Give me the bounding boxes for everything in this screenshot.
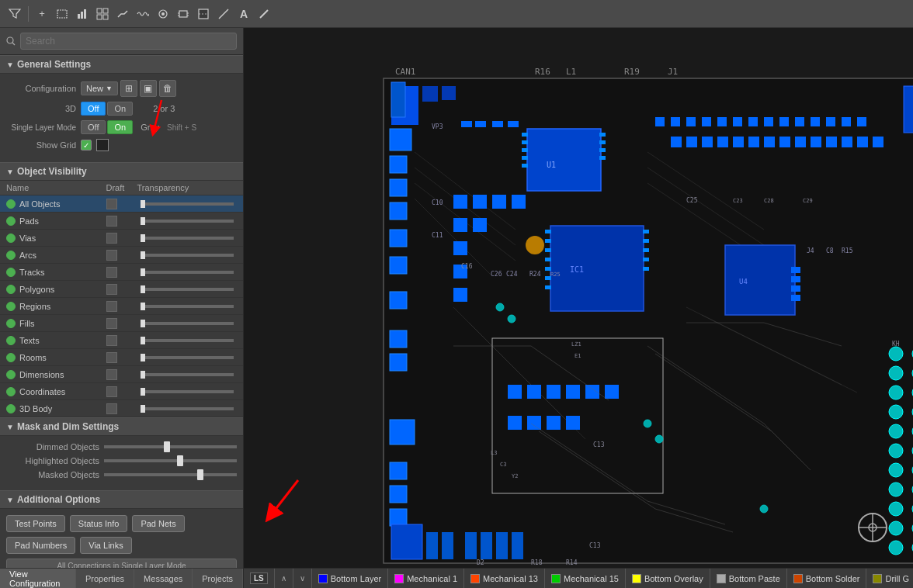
- transparency-bar-rooms[interactable]: [141, 356, 234, 359]
- transparency-handle-3dbody[interactable]: [141, 405, 145, 413]
- eye-icon-pads[interactable]: [6, 216, 16, 226]
- pad-nets-btn[interactable]: Pad Nets: [132, 515, 184, 532]
- highlighted-thumb[interactable]: [177, 455, 183, 466]
- transparency-handle-fills[interactable]: [141, 320, 145, 327]
- layer-bot-overlay[interactable]: Bottom Overlay: [626, 569, 710, 588]
- grid-icon[interactable]: [94, 5, 111, 22]
- status-info-btn[interactable]: Status Info: [70, 515, 128, 532]
- single-layer-on-btn[interactable]: On: [107, 120, 133, 134]
- tab-projects[interactable]: Projects: [193, 569, 243, 588]
- transparency-bar-texts[interactable]: [141, 339, 234, 342]
- trace-icon[interactable]: [114, 5, 131, 22]
- obj-row-vias[interactable]: Vias: [0, 230, 243, 247]
- highlighted-slider[interactable]: [104, 459, 237, 462]
- wave-icon[interactable]: [134, 5, 151, 22]
- obj-row-regions[interactable]: Regions: [0, 298, 243, 315]
- draft-check-polygons[interactable]: [106, 284, 117, 295]
- transparency-bar-dimensions[interactable]: [141, 373, 234, 376]
- layer-mech13[interactable]: Mechanical 13: [464, 569, 545, 588]
- barchart-icon[interactable]: [74, 5, 91, 22]
- transparency-bar-tracks[interactable]: [141, 271, 234, 274]
- transparency-bar-arcs[interactable]: [141, 254, 234, 257]
- layer-mech15[interactable]: Mechanical 15: [545, 569, 626, 588]
- filter-icon[interactable]: [6, 5, 23, 22]
- transparency-bar-pads[interactable]: [141, 220, 234, 223]
- obj-row-coordinates[interactable]: Coordinates: [0, 383, 243, 400]
- transparency-handle-coordinates[interactable]: [141, 388, 145, 396]
- all-connections-btn[interactable]: All Connections in Single Layer Mode: [6, 559, 237, 568]
- eye-icon-polygons[interactable]: [6, 285, 16, 294]
- 3d-off-btn[interactable]: Off: [81, 102, 106, 116]
- obj-row-all-objects[interactable]: All Objects: [0, 195, 243, 213]
- draft-check-vias[interactable]: [106, 233, 117, 244]
- obj-row-3dbody[interactable]: 3D Body: [0, 400, 243, 417]
- probe-icon[interactable]: [154, 5, 172, 22]
- config-save-btn[interactable]: ▣: [140, 80, 157, 97]
- config-delete-btn[interactable]: 🗑: [159, 80, 176, 97]
- transparency-handle-polygons[interactable]: [141, 285, 145, 293]
- draft-check-regions[interactable]: [106, 301, 117, 312]
- 3d-on-btn[interactable]: On: [107, 102, 133, 116]
- transparency-bar-polygons[interactable]: [141, 288, 234, 291]
- additional-options-header[interactable]: ▼ Additional Options: [0, 490, 243, 509]
- config-value[interactable]: New ▼: [81, 81, 118, 95]
- draft-check-tracks[interactable]: [106, 267, 117, 278]
- via-links-btn[interactable]: Via Links: [80, 537, 131, 554]
- add-icon[interactable]: +: [33, 5, 50, 22]
- component-icon[interactable]: [175, 5, 192, 22]
- rect-select-icon[interactable]: [54, 5, 71, 22]
- masked-thumb[interactable]: [197, 469, 203, 480]
- masked-slider[interactable]: [104, 473, 237, 476]
- text-icon[interactable]: A: [235, 5, 252, 22]
- layer-ls-indicator[interactable]: LS: [244, 569, 275, 588]
- dimmed-slider[interactable]: [104, 445, 237, 448]
- config-copy-btn[interactable]: ⊞: [120, 80, 137, 97]
- obj-row-texts[interactable]: Texts: [0, 332, 243, 349]
- obj-row-dimensions[interactable]: Dimensions: [0, 366, 243, 383]
- transparency-bar-coordinates[interactable]: [141, 390, 234, 393]
- eye-icon-texts[interactable]: [6, 336, 16, 345]
- transparency-handle-rooms[interactable]: [141, 354, 145, 361]
- line-icon[interactable]: [215, 5, 232, 22]
- show-grid-checkbox[interactable]: ✓: [81, 140, 92, 150]
- tab-properties[interactable]: Properties: [76, 569, 134, 588]
- transparency-bar-regions[interactable]: [141, 305, 234, 308]
- single-layer-off-btn[interactable]: Off: [81, 120, 106, 134]
- layer-drill[interactable]: Drill G: [866, 569, 913, 588]
- transparency-handle-vias[interactable]: [141, 234, 145, 242]
- eye-icon-3dbody[interactable]: [6, 404, 16, 413]
- eye-icon-all[interactable]: [6, 199, 16, 209]
- draft-check-fills[interactable]: [106, 318, 117, 329]
- obj-row-pads[interactable]: Pads: [0, 213, 243, 230]
- layer-bottom[interactable]: Bottom Layer: [312, 569, 388, 588]
- layer-bot-paste[interactable]: Bottom Paste: [710, 569, 787, 588]
- draft-check-texts[interactable]: [106, 335, 117, 346]
- draft-check-3dbody[interactable]: [106, 403, 117, 414]
- dimmed-thumb[interactable]: [164, 441, 170, 452]
- transparency-handle-texts[interactable]: [141, 337, 145, 344]
- region-icon[interactable]: [195, 5, 212, 22]
- layer-nav-down[interactable]: ∨: [293, 569, 312, 588]
- transparency-bar-vias[interactable]: [141, 237, 234, 240]
- eye-icon-arcs[interactable]: [6, 251, 16, 260]
- tab-messages[interactable]: Messages: [134, 569, 193, 588]
- eye-icon-fills[interactable]: [6, 319, 16, 328]
- draft-check-pads[interactable]: [106, 216, 117, 227]
- transparency-bar-3dbody[interactable]: [141, 407, 234, 410]
- eye-icon-tracks[interactable]: [6, 268, 16, 277]
- grid-color-swatch[interactable]: [96, 139, 109, 151]
- draft-check-coordinates[interactable]: [106, 386, 117, 397]
- transparency-handle-dimensions[interactable]: [141, 371, 145, 379]
- tab-view-configuration[interactable]: View Configuration: [0, 569, 76, 588]
- draft-check-rooms[interactable]: [106, 352, 117, 363]
- draft-check-arcs[interactable]: [106, 250, 117, 261]
- obj-row-arcs[interactable]: Arcs: [0, 247, 243, 264]
- eye-icon-coordinates[interactable]: [6, 387, 16, 396]
- slash-icon[interactable]: [255, 5, 273, 22]
- pad-numbers-btn[interactable]: Pad Numbers: [6, 537, 75, 554]
- transparency-bar-all[interactable]: [141, 202, 234, 206]
- transparency-handle-all[interactable]: [141, 200, 145, 208]
- obj-row-rooms[interactable]: Rooms: [0, 349, 243, 366]
- eye-icon-rooms[interactable]: [6, 353, 16, 362]
- pcb-canvas[interactable]: CAN1 R16 L1 R19 J1: [244, 28, 913, 568]
